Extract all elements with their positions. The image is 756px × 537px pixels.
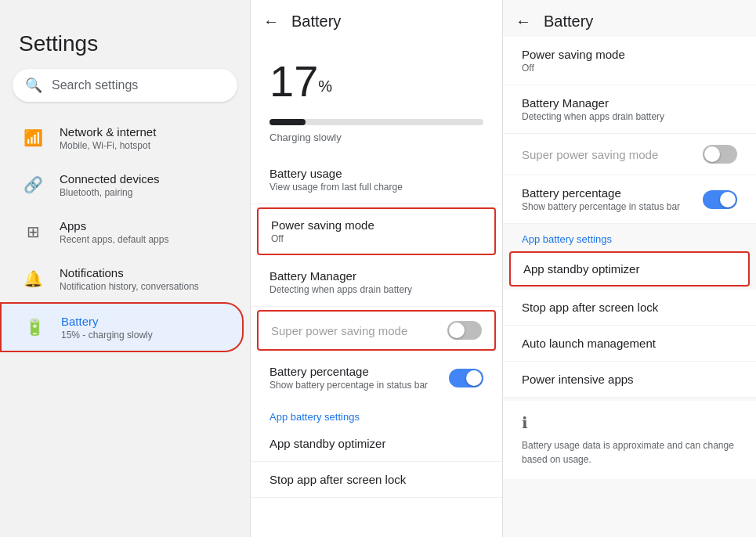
right-super-power[interactable]: Super power saving mode <box>503 134 756 175</box>
left-panel: Settings 🔍 Search settings 📶 Network & i… <box>0 0 251 537</box>
power-saving-label: Power saving mode <box>271 218 482 232</box>
mid-stop-app[interactable]: Stop app after screen lock <box>251 462 502 498</box>
stop-app-label: Stop app after screen lock <box>269 473 483 486</box>
right-auto-launch-label: Auto launch management <box>522 337 737 350</box>
right-super-power-knob <box>704 146 720 162</box>
right-super-power-toggle[interactable] <box>703 145 737 164</box>
nav-label-apps: Apps <box>60 219 168 232</box>
right-app-standby[interactable]: App standby optimizer <box>509 251 750 287</box>
battery-percentage-knob <box>466 370 482 386</box>
right-back-arrow[interactable]: ← <box>515 13 531 31</box>
network-icon: 📶 <box>19 124 47 152</box>
right-battery-pct-toggle[interactable] <box>703 190 737 209</box>
right-battery-percentage[interactable]: Battery percentage Show battery percenta… <box>503 175 756 224</box>
right-stop-app[interactable]: Stop app after screen lock <box>503 290 756 326</box>
right-battery-pct-knob <box>720 192 736 207</box>
right-app-standby-label: App standby optimizer <box>523 262 736 276</box>
battery-number: 17 <box>269 56 318 106</box>
info-text: Battery usage data is approximate and ca… <box>522 438 737 467</box>
sidebar-item-connected[interactable]: 🔗 Connected devices Bluetooth, pairing <box>0 161 250 208</box>
mid-app-standby[interactable]: App standby optimizer <box>251 426 502 462</box>
battery-usage-label: Battery usage <box>269 167 483 180</box>
battery-manager-label: Battery Manager <box>269 269 483 283</box>
nav-sublabel-notifications: Notification history, conversations <box>60 281 199 292</box>
battery-bar-container <box>269 119 483 125</box>
nav-sublabel-network: Mobile, Wi-Fi, hotspot <box>60 140 156 151</box>
search-bar[interactable]: 🔍 Search settings <box>13 69 237 102</box>
right-power-intensive-label: Power intensive apps <box>522 373 737 386</box>
mid-panel: ← Battery 17% Charging slowly Battery us… <box>251 0 503 537</box>
connected-icon: 🔗 <box>19 171 47 199</box>
right-power-intensive[interactable]: Power intensive apps <box>503 362 756 398</box>
battery-percentage-label: Battery percentage <box>269 365 428 378</box>
right-battery-manager-sublabel: Detecting when apps drain battery <box>522 111 737 122</box>
search-input-text: Search settings <box>52 78 138 92</box>
right-panel-header: ← Battery <box>503 0 756 37</box>
battery-usage-sublabel: View usage from last full charge <box>269 182 483 193</box>
mid-panel-title: Battery <box>291 13 341 31</box>
mid-battery-percentage[interactable]: Battery percentage Show battery percenta… <box>251 354 502 402</box>
charging-text: Charging slowly <box>251 128 502 156</box>
nav-label-notifications: Notifications <box>60 266 199 279</box>
battery-icon: 🔋 <box>20 313 49 341</box>
mid-back-arrow[interactable]: ← <box>263 13 279 31</box>
mid-panel-header: ← Battery <box>251 0 502 37</box>
battery-percent-display: 17% <box>251 37 502 113</box>
mid-super-power[interactable]: Super power saving mode <box>257 310 496 351</box>
mid-battery-usage[interactable]: Battery usage View usage from last full … <box>251 156 502 204</box>
right-battery-manager[interactable]: Battery Manager Detecting when apps drai… <box>503 85 756 134</box>
right-info-section: ℹ Battery usage data is approximate and … <box>503 401 756 479</box>
nav-label-connected: Connected devices <box>60 172 160 186</box>
nav-label-battery: Battery <box>61 315 153 328</box>
power-saving-sublabel: Off <box>271 233 482 244</box>
notifications-icon: 🔔 <box>19 265 47 293</box>
battery-bar-fill <box>269 119 306 125</box>
search-icon: 🔍 <box>25 77 42 94</box>
nav-label-network: Network & internet <box>60 125 156 139</box>
mid-power-saving[interactable]: Power saving mode Off <box>257 207 496 255</box>
battery-manager-sublabel: Detecting when apps drain battery <box>269 284 483 295</box>
sidebar-item-network[interactable]: 📶 Network & internet Mobile, Wi-Fi, hots… <box>0 114 250 161</box>
nav-sublabel-connected: Bluetooth, pairing <box>60 187 160 198</box>
super-power-label: Super power saving mode <box>271 324 407 337</box>
right-panel: ← Battery Power saving mode Off Battery … <box>503 0 756 537</box>
battery-percentage-sublabel: Show battery percentage in status bar <box>269 380 428 391</box>
apps-icon: ⊞ <box>19 218 47 246</box>
right-battery-manager-label: Battery Manager <box>522 96 737 110</box>
sidebar-item-notifications[interactable]: 🔔 Notifications Notification history, co… <box>0 255 250 302</box>
right-power-saving-sublabel: Off <box>522 63 737 74</box>
right-auto-launch[interactable]: Auto launch management <box>503 326 756 362</box>
right-power-saving-label: Power saving mode <box>522 48 737 61</box>
super-power-toggle[interactable] <box>447 321 482 340</box>
nav-sublabel-battery: 15% - charging slowly <box>61 330 153 341</box>
app-standby-label: App standby optimizer <box>269 437 483 450</box>
super-power-knob <box>449 323 465 338</box>
app-battery-section-label: App battery settings <box>251 402 502 426</box>
battery-percentage-toggle[interactable] <box>449 369 483 387</box>
right-battery-pct-label: Battery percentage <box>522 186 680 200</box>
sidebar-item-battery[interactable]: 🔋 Battery 15% - charging slowly <box>0 302 244 352</box>
nav-sublabel-apps: Recent apps, default apps <box>60 234 168 245</box>
battery-symbol: % <box>318 77 332 95</box>
right-stop-app-label: Stop app after screen lock <box>522 301 737 314</box>
right-super-power-label: Super power saving mode <box>522 148 658 161</box>
sidebar-item-apps[interactable]: ⊞ Apps Recent apps, default apps <box>0 208 250 255</box>
right-battery-pct-sublabel: Show battery percentage in status bar <box>522 201 680 212</box>
right-power-saving[interactable]: Power saving mode Off <box>503 37 756 85</box>
right-app-battery-section: App battery settings <box>503 224 756 248</box>
info-icon: ℹ <box>522 413 737 432</box>
mid-battery-manager[interactable]: Battery Manager Detecting when apps drai… <box>251 258 502 307</box>
right-panel-title: Battery <box>544 13 593 31</box>
settings-title: Settings <box>0 0 250 69</box>
